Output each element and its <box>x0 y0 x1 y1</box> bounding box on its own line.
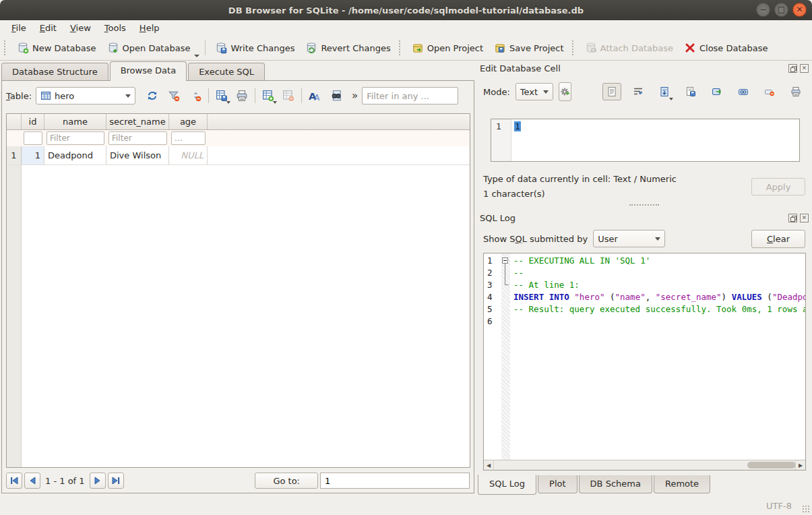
filter-input-secret-name[interactable] <box>108 131 167 145</box>
filter-input-name[interactable] <box>46 131 104 145</box>
previous-record-button[interactable] <box>24 473 40 489</box>
horizontal-scrollbar[interactable]: ◀ ▶ <box>484 460 805 470</box>
close-button[interactable]: ✕ <box>792 3 807 17</box>
cell-editor[interactable]: 1 1 <box>491 119 800 162</box>
last-record-button[interactable] <box>108 473 124 489</box>
new-record-button[interactable] <box>259 87 277 104</box>
mode-select[interactable]: Text <box>516 83 553 100</box>
cell-secret-name[interactable]: Dive Wilson <box>106 146 169 164</box>
new-database-button[interactable]: New Database <box>11 39 102 57</box>
open-project-button[interactable]: Open Project <box>406 39 489 57</box>
menu-file[interactable]: File <box>5 22 32 34</box>
minimize-button[interactable]: − <box>756 3 770 17</box>
tab-execute-sql[interactable]: Execute SQL <box>188 63 265 81</box>
save-project-icon <box>494 42 506 54</box>
refresh-button[interactable] <box>144 87 161 104</box>
close-dock-button[interactable]: ✕ <box>800 64 809 73</box>
edit-link-button[interactable] <box>734 83 753 100</box>
scroll-right-arrow[interactable]: ▶ <box>795 460 805 470</box>
filter-input-age[interactable] <box>171 131 206 145</box>
toolbar-handle[interactable] <box>399 40 404 55</box>
menu-help[interactable]: Help <box>133 22 166 34</box>
save-project-button[interactable]: Save Project <box>489 39 569 57</box>
font-encoding-button[interactable]: AA <box>306 87 323 104</box>
cell-info: Type of data currently in cell: Text / N… <box>483 174 805 204</box>
chevron-down-icon <box>669 98 673 100</box>
cell-name[interactable]: Deadpond <box>44 146 106 164</box>
word-wrap-toggle[interactable] <box>629 83 648 100</box>
column-header-age[interactable]: age <box>169 114 208 129</box>
toolbar-overflow-chevron[interactable]: » <box>352 90 358 102</box>
grid-corner[interactable] <box>7 114 22 129</box>
dock-splitter-handle[interactable] <box>629 204 659 207</box>
cell-editor-value[interactable]: 1 <box>514 121 521 131</box>
resize-grip[interactable] <box>802 505 811 514</box>
data-grid[interactable]: id name secret_name age 1 1 <box>6 113 470 468</box>
cell-age[interactable]: NULL <box>169 146 208 164</box>
browse-toolbar: Table: hero <box>6 86 470 105</box>
toolbar-handle[interactable] <box>572 40 577 55</box>
filter-any-input[interactable] <box>362 87 458 104</box>
refresh-icon <box>146 90 158 102</box>
delete-record-icon <box>282 90 294 102</box>
clear-filters-button[interactable] <box>165 87 183 104</box>
find-in-table-button[interactable] <box>327 87 345 104</box>
sql-source-value: User <box>598 234 618 244</box>
column-header-name[interactable]: name <box>44 114 106 129</box>
float-dock-button[interactable] <box>788 64 797 73</box>
maximize-button[interactable]: □ <box>774 3 788 17</box>
close-database-button[interactable]: Close Database <box>679 39 774 57</box>
revert-changes-button[interactable]: Revert Changes <box>300 39 396 57</box>
table-select[interactable]: hero <box>36 87 135 104</box>
toolbar-handle[interactable] <box>4 40 9 55</box>
set-null-button[interactable] <box>760 83 779 100</box>
menu-edit[interactable]: Edit <box>34 22 63 34</box>
tab-browse-data[interactable]: Browse Data <box>110 61 187 81</box>
clear-log-button[interactable]: Clear <box>751 230 805 248</box>
scroll-left-arrow[interactable]: ◀ <box>484 460 494 470</box>
column-header-id[interactable]: id <box>22 114 44 129</box>
find-icon <box>330 90 342 102</box>
column-header-secret-name[interactable]: secret_name <box>106 114 169 129</box>
goto-button[interactable]: Go to: <box>255 473 318 489</box>
scrollbar-thumb[interactable] <box>747 462 796 468</box>
clear-sort-button[interactable] <box>187 87 204 104</box>
first-record-button[interactable] <box>6 473 22 489</box>
sql-log-view[interactable]: 1-- EXECUTING ALL IN 'SQL 1'2--3-- At li… <box>483 253 806 471</box>
close-dock-button[interactable]: ✕ <box>800 214 809 222</box>
open-database-dropdown[interactable] <box>194 55 199 57</box>
chevron-down-icon <box>655 237 660 241</box>
menu-tools[interactable]: Tools <box>98 22 132 34</box>
titlebar[interactable]: DB Browser for SQLite - /home/user/code/… <box>0 0 812 20</box>
close-icon: ✕ <box>796 5 803 13</box>
tab-db-schema[interactable]: DB Schema <box>579 475 652 493</box>
auto-apply-button[interactable] <box>559 82 571 101</box>
print-table-button[interactable] <box>233 87 251 104</box>
close-icon: ✕ <box>802 65 807 71</box>
menu-view[interactable]: View <box>64 22 97 34</box>
tab-sql-log[interactable]: SQL Log <box>478 475 536 495</box>
export-cell-button[interactable] <box>681 83 700 100</box>
float-dock-button[interactable] <box>788 214 797 222</box>
tab-remote[interactable]: Remote <box>654 475 710 493</box>
row-header[interactable]: 1 <box>7 146 22 164</box>
edit-cell-toolbar: Mode: Text <box>483 82 805 101</box>
cell-editor-icons <box>602 83 805 100</box>
tab-database-structure[interactable]: Database Structure <box>1 63 108 81</box>
open-database-button[interactable]: Open Database <box>102 39 196 57</box>
previous-record-icon <box>27 475 38 486</box>
export-save-icon <box>685 86 696 97</box>
print-cell-button[interactable] <box>786 83 805 100</box>
next-record-button[interactable] <box>90 473 106 489</box>
import-cell-button[interactable] <box>655 83 674 100</box>
write-changes-button[interactable]: Write Changes <box>210 39 300 57</box>
sql-source-select[interactable]: User <box>593 230 665 247</box>
text-mode-toggle[interactable] <box>602 83 621 100</box>
save-table-button[interactable] <box>213 87 230 104</box>
filter-input-id[interactable] <box>24 131 42 145</box>
cell-id[interactable]: 1 <box>22 146 44 164</box>
null-value: NULL <box>181 150 204 160</box>
goto-input[interactable] <box>320 473 470 489</box>
open-external-button[interactable] <box>708 83 726 100</box>
tab-plot[interactable]: Plot <box>538 475 577 493</box>
